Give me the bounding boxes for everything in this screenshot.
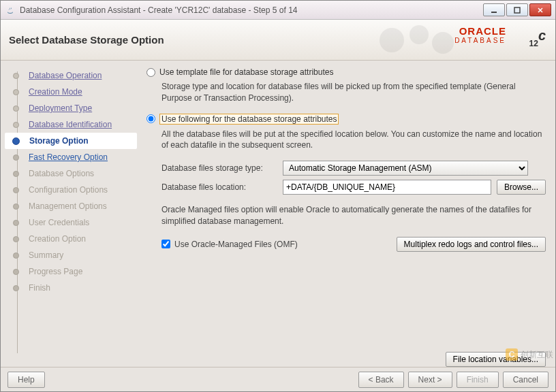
- svg-rect-0: [491, 12, 497, 13]
- omf-desc: Oracle Managed files option will enable …: [161, 204, 546, 227]
- page-title: Select Database Storage Option: [9, 34, 164, 46]
- sidebar-step-13: Finish: [5, 280, 137, 296]
- sidebar-step-4: Storage Option: [5, 133, 137, 149]
- sidebar-step-1[interactable]: Creation Mode: [5, 84, 137, 100]
- step-label: Summary: [29, 250, 63, 260]
- brand-oracle: ORACLE: [454, 25, 506, 37]
- step-label: Storage Option: [29, 136, 89, 146]
- storage-type-label: Database files storage type:: [161, 163, 277, 173]
- step-label: Database Options: [29, 169, 94, 178]
- step-label: Database Operation: [29, 71, 102, 80]
- option-template-desc: Storage type and location for database f…: [161, 81, 546, 104]
- step-label: Management Options: [29, 201, 107, 211]
- option-following-row[interactable]: Use following for the database storage a…: [146, 114, 546, 125]
- multiplex-button[interactable]: Multiplex redo logs and control files...: [397, 237, 546, 252]
- option-template-radio[interactable]: [146, 68, 155, 77]
- step-label: User Credentials: [29, 218, 89, 227]
- brand-version: 12c: [529, 28, 546, 51]
- omf-checkbox[interactable]: [161, 240, 170, 248]
- close-button[interactable]: [529, 3, 551, 16]
- gears-decoration: [371, 21, 467, 61]
- window-controls: [483, 3, 551, 16]
- location-row: Database files location: Browse...: [161, 180, 546, 195]
- sidebar-step-5[interactable]: Fast Recovery Option: [5, 149, 137, 165]
- sidebar-step-10: Creation Option: [5, 231, 137, 247]
- sidebar-step-3[interactable]: Database Identification: [5, 116, 137, 133]
- option-template-row[interactable]: Use template file for database storage a…: [146, 67, 546, 77]
- step-dot-icon: [13, 171, 19, 177]
- watermark: C 创新互联: [506, 348, 553, 361]
- step-dot-icon: [13, 285, 19, 291]
- next-button[interactable]: Next >: [408, 372, 452, 388]
- step-label: Deployment Type: [29, 103, 92, 113]
- option-following-label: Use following for the database storage a…: [159, 114, 339, 125]
- omf-row[interactable]: Use Oracle-Managed Files (OMF) Multiplex…: [161, 237, 546, 252]
- option-following-desc: All the database files will be put at th…: [161, 129, 546, 152]
- header: Select Database Storage Option ORACLE DA…: [1, 20, 555, 61]
- step-dot-icon: [13, 122, 19, 128]
- main-panel: Use template file for database storage a…: [137, 61, 555, 367]
- step-label: Database Identification: [29, 120, 112, 129]
- sidebar-step-8: Management Options: [5, 198, 137, 214]
- footer: Help < Back Next > Finish Cancel: [1, 367, 555, 391]
- step-label: Configuration Options: [29, 185, 108, 195]
- step-dot-icon: [13, 105, 19, 112]
- sidebar-step-11: Summary: [5, 247, 137, 263]
- step-dot-icon: [13, 154, 19, 161]
- option-following-radio[interactable]: [146, 114, 155, 123]
- watermark-icon: C: [506, 348, 518, 361]
- omf-label: Use Oracle-Managed Files (OMF): [174, 240, 298, 249]
- svg-point-4: [432, 32, 454, 54]
- step-dot-icon: [13, 269, 19, 275]
- svg-point-3: [410, 25, 429, 44]
- sidebar-step-6: Database Options: [5, 165, 137, 182]
- option-template-label: Use template file for database storage a…: [159, 67, 333, 77]
- cancel-button[interactable]: Cancel: [503, 372, 549, 388]
- location-label: Database files location:: [161, 182, 277, 192]
- storage-type-select[interactable]: Automatic Storage Management (ASM): [283, 161, 528, 176]
- storage-type-row: Database files storage type: Automatic S…: [161, 161, 546, 176]
- maximize-button[interactable]: [506, 3, 528, 16]
- help-button[interactable]: Help: [7, 372, 45, 388]
- sidebar-step-2[interactable]: Deployment Type: [5, 100, 137, 116]
- step-dot-icon: [13, 187, 19, 193]
- sidebar-step-12: Progress Page: [5, 263, 137, 280]
- step-dot-icon: [13, 252, 19, 259]
- brand: ORACLE DATABASE: [454, 25, 506, 44]
- back-button[interactable]: < Back: [358, 372, 404, 388]
- step-label: Fast Recovery Option: [29, 152, 108, 162]
- step-dot-icon: [13, 220, 19, 226]
- step-dot-icon: [13, 89, 19, 95]
- step-label: Creation Mode: [29, 87, 82, 97]
- sidebar-step-7: Configuration Options: [5, 182, 137, 198]
- titlebar: Database Configuration Assistant - Creat…: [1, 1, 555, 20]
- minimize-button[interactable]: [483, 3, 505, 16]
- body: Database OperationCreation ModeDeploymen…: [1, 61, 555, 367]
- location-input[interactable]: [283, 180, 491, 195]
- step-dot-icon: [12, 137, 20, 145]
- brand-database: DATABASE: [454, 37, 506, 44]
- svg-point-2: [380, 28, 404, 52]
- step-label: Progress Page: [29, 267, 82, 276]
- step-label: Creation Option: [29, 234, 86, 244]
- step-label: Finish: [29, 283, 50, 293]
- sidebar: Database OperationCreation ModeDeploymen…: [1, 61, 137, 367]
- browse-button[interactable]: Browse...: [497, 180, 546, 195]
- sidebar-step-0[interactable]: Database Operation: [5, 67, 137, 84]
- sidebar-step-9: User Credentials: [5, 214, 137, 231]
- window-title: Database Configuration Assistant - Creat…: [20, 5, 483, 15]
- svg-rect-1: [514, 7, 520, 13]
- finish-button[interactable]: Finish: [457, 372, 499, 388]
- step-dot-icon: [13, 203, 19, 210]
- step-dot-icon: [13, 236, 19, 242]
- step-dot-icon: [13, 73, 19, 79]
- java-icon: [5, 5, 16, 16]
